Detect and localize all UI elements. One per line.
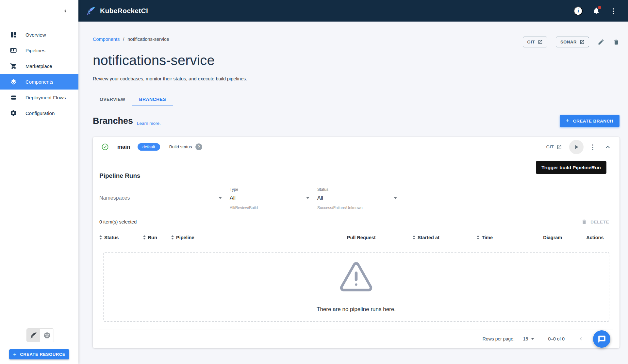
git-button-label: GIT: [527, 40, 535, 44]
sort-icon: [99, 235, 102, 240]
create-branch-button[interactable]: + CREATE BRANCH: [560, 115, 620, 127]
sidebar-item-label: Marketplace: [25, 63, 52, 69]
pagination: Rows per page: 15 0–0 of 0: [99, 329, 613, 348]
sidebar-item-configuration[interactable]: Configuration: [0, 105, 78, 121]
branch-git-label: GIT: [546, 144, 554, 149]
rows-per-page-value: 15: [523, 336, 528, 341]
column-label: Started at: [418, 235, 439, 240]
create-resource-button[interactable]: + CREATE RESOURCE: [9, 349, 69, 359]
notifications-bell-icon[interactable]: [592, 7, 600, 15]
sidebar-collapse-icon[interactable]: [63, 8, 68, 13]
external-link-icon: [557, 144, 562, 150]
pipelines-icon: [10, 47, 17, 54]
sort-icon: [171, 235, 174, 240]
help-icon[interactable]: ?: [195, 143, 202, 150]
tab-branches[interactable]: BRANCHES: [132, 92, 173, 106]
branches-heading: Branches: [93, 116, 133, 126]
branch-success-check-icon: [101, 143, 109, 151]
external-link-icon: [580, 40, 585, 44]
trigger-build-tooltip: Trigger build PipelineRun: [536, 161, 606, 174]
info-icon[interactable]: i: [574, 7, 583, 15]
sidebar-item-components[interactable]: Components: [0, 74, 78, 90]
top-header: KubeRocketCI i ⋮: [0, 0, 628, 22]
dropdown-caret-icon: [306, 197, 309, 199]
sonar-button[interactable]: SONAR: [556, 37, 589, 47]
sidebar-item-overview[interactable]: Overview: [0, 27, 78, 42]
learn-more-link[interactable]: Learn more.: [137, 121, 161, 126]
type-filter-helper: All/Review/Build: [230, 203, 309, 210]
edit-pencil-icon[interactable]: [598, 39, 604, 45]
sidebar-item-deployment-flows[interactable]: Deployment Flows: [0, 90, 78, 105]
delete-label: DELETE: [590, 220, 609, 224]
namespaces-placeholder: Namespaces: [99, 195, 130, 201]
column-label: Actions: [586, 235, 603, 240]
dropdown-caret-icon: [394, 197, 397, 199]
breadcrumb-components-link[interactable]: Components: [93, 37, 120, 42]
git-button[interactable]: GIT: [523, 37, 547, 47]
sidebar-item-label: Overview: [25, 32, 46, 38]
branch-name: main: [117, 144, 130, 150]
collapse-chevron-up-icon[interactable]: [604, 144, 611, 150]
column-diagram: Diagram: [528, 235, 577, 240]
column-run[interactable]: Run: [143, 235, 171, 240]
sidebar-item-pipelines[interactable]: Pipelines: [0, 42, 78, 58]
dropdown-caret-icon: [531, 338, 534, 340]
column-label: Status: [104, 235, 119, 240]
rows-per-page-select[interactable]: 15: [523, 336, 535, 341]
chat-icon: [598, 335, 606, 343]
status-filter-label: Status: [317, 187, 397, 193]
delete-trash-icon[interactable]: [613, 39, 620, 45]
external-link-icon: [538, 40, 543, 44]
kubernetes-view-toggle-icon[interactable]: [40, 329, 54, 342]
sidebar-item-marketplace[interactable]: Marketplace: [0, 58, 78, 74]
trash-icon: [581, 219, 587, 225]
delete-selected-button[interactable]: DELETE: [581, 219, 613, 225]
branch-summary-row[interactable]: main default Build status ? GIT ⋮: [93, 137, 620, 157]
dropdown-caret-icon: [219, 197, 222, 199]
namespaces-filter[interactable]: Namespaces: [99, 187, 222, 210]
column-label: Pull Request: [347, 235, 376, 240]
rocket-view-toggle-icon[interactable]: [27, 329, 40, 342]
header-menu-kebab-icon[interactable]: ⋮: [610, 8, 617, 14]
configuration-gear-icon: [10, 109, 17, 117]
type-filter-value: All: [230, 195, 236, 201]
plus-icon: +: [13, 352, 17, 357]
deployment-flows-icon: [10, 94, 17, 101]
components-layers-icon: [10, 78, 17, 85]
plus-icon: +: [566, 118, 570, 124]
tab-overview[interactable]: OVERVIEW: [93, 92, 132, 106]
app-brand: KubeRocketCI: [86, 6, 148, 16]
column-started-at[interactable]: Started at: [413, 235, 477, 240]
branch-git-link[interactable]: GIT: [546, 144, 562, 150]
type-filter[interactable]: Type All All/Review/Build: [230, 187, 309, 210]
column-label: Diagram: [543, 235, 562, 240]
page-title: notifications-service: [93, 53, 620, 68]
previous-page-chevron-icon[interactable]: [579, 336, 583, 342]
branch-card: main default Build status ? GIT ⋮: [93, 137, 620, 348]
pagination-range: 0–0 of 0: [548, 336, 565, 341]
sort-icon: [413, 235, 415, 240]
create-branch-label: CREATE BRANCH: [573, 119, 613, 124]
sidebar-item-label: Deployment Flows: [25, 95, 66, 100]
column-pull-request: Pull Request: [310, 235, 413, 240]
type-filter-label: Type: [230, 187, 309, 193]
column-label: Time: [482, 235, 493, 240]
trigger-build-play-icon[interactable]: [569, 140, 584, 154]
chat-fab-button[interactable]: [593, 330, 610, 348]
empty-state-message: There are no pipeline runs here.: [317, 306, 396, 313]
column-time[interactable]: Time: [477, 235, 528, 240]
main-content: Components / notifications-service GIT S…: [78, 22, 628, 364]
app-title: KubeRocketCI: [100, 7, 148, 15]
selection-count: 0 item(s) selected: [99, 219, 137, 224]
status-filter[interactable]: Status All Success/Failure/Unknown: [317, 187, 397, 210]
branch-menu-kebab-icon[interactable]: ⋮: [589, 143, 596, 151]
status-filter-helper: Success/Failure/Unknown: [317, 203, 397, 210]
column-label: Run: [148, 235, 157, 240]
breadcrumb: Components / notifications-service: [93, 37, 169, 42]
breadcrumb-separator: /: [123, 37, 124, 42]
column-pipeline[interactable]: Pipeline: [171, 235, 310, 240]
sidebar-nav: Overview Pipelines Marketplace Component…: [0, 27, 78, 121]
column-status[interactable]: Status: [99, 235, 143, 240]
sidebar-item-label: Components: [25, 79, 53, 85]
sidebar-item-label: Pipelines: [25, 48, 45, 53]
